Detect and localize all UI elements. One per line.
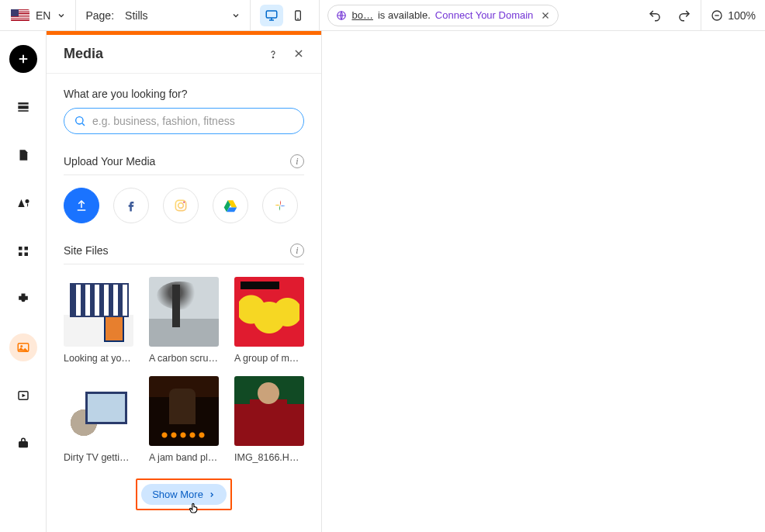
page-name: Stills <box>120 9 225 22</box>
sections-button[interactable] <box>9 93 37 121</box>
svg-marker-23 <box>22 394 26 398</box>
addons-button[interactable] <box>9 285 37 313</box>
svg-line-29 <box>82 123 85 126</box>
upload-section-header: Upload Your Media i <box>64 154 304 175</box>
svg-rect-14 <box>18 110 28 112</box>
pages-button[interactable] <box>9 141 37 169</box>
file-item[interactable]: A jam band pl… <box>149 376 219 463</box>
zoom-control[interactable]: 100% <box>701 0 765 30</box>
svg-rect-12 <box>18 102 28 105</box>
show-more-button[interactable]: Show More <box>141 484 227 505</box>
site-files-header: Site Files i <box>64 244 304 264</box>
file-caption: Dirty TV getti… <box>64 452 133 463</box>
file-thumbnail <box>149 376 219 446</box>
chevron-down-icon <box>231 11 241 20</box>
info-icon[interactable]: i <box>290 244 304 257</box>
svg-rect-17 <box>24 247 28 250</box>
flag-us-icon <box>11 9 29 22</box>
svg-point-21 <box>20 345 22 347</box>
file-item[interactable]: A carbon scru… <box>149 277 219 364</box>
redo-button[interactable] <box>677 9 691 22</box>
svg-rect-0 <box>267 11 278 18</box>
media-panel: Media What are you looking for? Upload Y… <box>47 31 322 532</box>
search-icon <box>74 115 86 127</box>
domain-available-text: is available. <box>378 9 431 21</box>
svg-point-15 <box>25 199 29 203</box>
file-caption: Looking at yo… <box>64 353 133 364</box>
svg-point-28 <box>76 117 83 124</box>
domain-availability-pill[interactable]: bo… is available. Connect Your Domain <box>327 5 559 26</box>
file-thumbnail <box>234 277 304 347</box>
search-input[interactable] <box>92 115 294 127</box>
file-caption: A carbon scru… <box>149 353 219 364</box>
history-controls <box>639 0 701 30</box>
file-caption: A jam band pl… <box>149 452 219 463</box>
upload-photos-button[interactable] <box>262 188 298 223</box>
media-panel-header: Media <box>47 35 321 74</box>
svg-point-25 <box>272 57 273 57</box>
theme-button[interactable] <box>9 189 37 217</box>
help-button[interactable] <box>267 48 279 60</box>
file-item[interactable]: Dirty TV getti… <box>64 376 133 463</box>
panel-title: Media <box>64 46 103 62</box>
top-toolbar: EN Page: Stills bo… is available. Connec… <box>0 0 765 31</box>
annotation-box: Show More <box>136 478 232 510</box>
left-tool-rail <box>0 31 47 532</box>
upload-device-button[interactable] <box>64 188 99 223</box>
language-selector[interactable]: EN <box>0 0 76 30</box>
zoom-value: 100% <box>728 9 756 22</box>
svg-rect-16 <box>19 247 22 250</box>
svg-rect-18 <box>19 253 22 257</box>
apps-button[interactable] <box>9 237 37 265</box>
upload-header-text: Upload Your Media <box>64 155 155 168</box>
file-thumbnail <box>234 376 304 446</box>
upload-facebook-button[interactable] <box>113 188 149 223</box>
file-item[interactable]: A group of m… <box>234 277 304 364</box>
close-icon[interactable] <box>541 11 550 20</box>
file-item[interactable]: Looking at yo… <box>64 277 133 364</box>
svg-point-31 <box>178 203 184 209</box>
upload-instagram-button[interactable] <box>163 188 199 223</box>
add-element-button[interactable] <box>9 45 37 73</box>
close-panel-button[interactable] <box>293 48 304 60</box>
site-files-header-text: Site Files <box>64 244 109 257</box>
device-switcher <box>251 0 320 30</box>
svg-point-32 <box>183 202 185 203</box>
mobile-view-button[interactable] <box>286 5 310 26</box>
svg-rect-19 <box>24 253 28 257</box>
svg-rect-13 <box>18 105 28 109</box>
search-label: What are you looking for? <box>64 88 304 100</box>
chevron-down-icon <box>57 11 66 20</box>
domain-name: bo… <box>351 9 372 21</box>
file-caption: IMG_8166.HEIC <box>234 452 304 463</box>
show-more-label: Show More <box>152 489 203 500</box>
media-button[interactable] <box>9 333 37 361</box>
file-caption: A group of m… <box>234 353 304 364</box>
upload-sources-row <box>64 188 304 223</box>
content-button[interactable] <box>9 382 37 409</box>
show-more-highlight: Show More <box>64 478 304 510</box>
business-button[interactable] <box>9 430 37 458</box>
undo-button[interactable] <box>648 9 662 22</box>
page-selector[interactable]: Page: Stills <box>76 0 251 30</box>
file-thumbnail <box>64 277 133 347</box>
domain-banner-area: bo… is available. Connect Your Domain <box>320 0 639 30</box>
site-files-grid: Looking at yo… A carbon scru… A group of… <box>64 277 304 463</box>
globe-icon <box>336 10 347 21</box>
editor-canvas[interactable] <box>322 31 765 532</box>
file-item[interactable]: IMG_8166.HEIC <box>234 376 304 463</box>
cursor-hand-icon <box>187 501 201 515</box>
workspace: Media What are you looking for? Upload Y… <box>0 31 765 532</box>
desktop-view-button[interactable] <box>260 5 283 26</box>
media-panel-body[interactable]: What are you looking for? Upload Your Me… <box>47 74 321 529</box>
language-code: EN <box>36 9 50 22</box>
file-thumbnail <box>149 277 219 347</box>
svg-rect-24 <box>19 441 28 447</box>
info-icon[interactable]: i <box>290 154 304 168</box>
file-thumbnail <box>64 376 133 446</box>
chevron-right-icon <box>208 491 216 499</box>
zoom-out-icon <box>711 9 723 22</box>
upload-drive-button[interactable] <box>213 188 248 223</box>
search-field-wrapper[interactable] <box>64 108 304 134</box>
connect-domain-link[interactable]: Connect Your Domain <box>435 9 533 21</box>
